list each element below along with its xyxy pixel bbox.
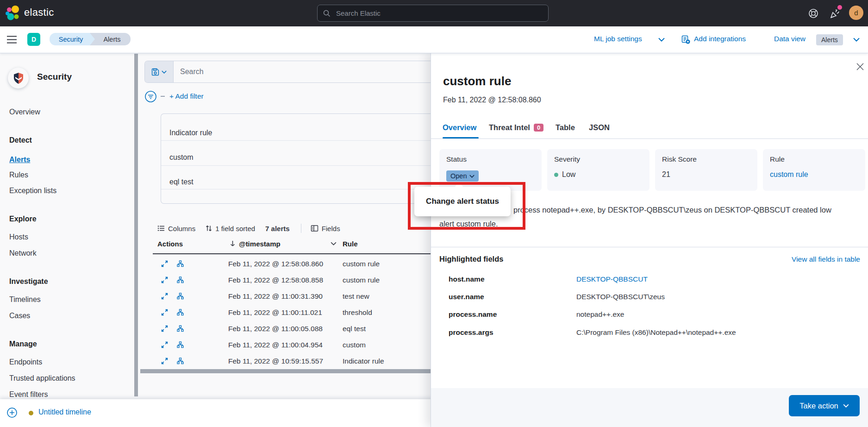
risk-score-card: Risk Score 21 xyxy=(655,149,757,191)
view-all-fields-link[interactable]: View all fields in table xyxy=(792,255,860,264)
table-row: Feb 11, 2022 @ 11:00:05.088 eql test xyxy=(139,321,431,337)
global-search-input[interactable] xyxy=(335,9,543,18)
untitled-timeline-link[interactable]: Untitled timeline xyxy=(38,408,91,416)
sort-descending-icon[interactable] xyxy=(230,240,236,247)
sidebar-item-hosts[interactable]: Hosts xyxy=(9,232,28,242)
expand-alert-icon[interactable] xyxy=(161,309,168,316)
timestamp-cell: Feb 11, 2022 @ 11:00:04.954 xyxy=(228,341,323,349)
analyze-event-icon[interactable] xyxy=(177,276,184,283)
breadcrumb-security[interactable]: Security xyxy=(50,33,95,45)
expand-alert-icon[interactable] xyxy=(161,341,168,348)
analyze-event-icon[interactable] xyxy=(177,309,184,316)
sidebar-item-alerts[interactable]: Alerts xyxy=(9,155,30,165)
ml-job-settings-link[interactable]: ML job settings xyxy=(594,35,642,43)
table-row: Feb 11, 2022 @ 11:00:11.021 threshold xyxy=(139,305,431,320)
host-name-link[interactable]: DESKTOP-QBBSCUT xyxy=(576,275,648,283)
top-header-bar: elastic d xyxy=(0,0,868,26)
list-icon xyxy=(157,225,165,232)
tab-threat-intel[interactable]: Threat Intel 0 xyxy=(489,123,543,132)
fields-button[interactable]: Fields xyxy=(311,225,340,232)
add-integrations-link[interactable]: Add integrations xyxy=(694,35,746,43)
flyout-timestamp: Feb 11, 2022 @ 12:58:08.860 xyxy=(443,96,541,104)
divider xyxy=(301,224,301,233)
fields-icon xyxy=(311,225,318,232)
chevron-down-icon xyxy=(162,70,167,74)
chevron-down-icon[interactable] xyxy=(331,242,337,245)
sidebar-item-overview[interactable]: Overview xyxy=(9,107,40,117)
user-avatar[interactable]: d xyxy=(849,6,863,20)
breadcrumb-nav-row: D Security Alerts ML job settings Add in… xyxy=(0,26,868,53)
column-header-rule[interactable]: Rule xyxy=(343,240,358,248)
chevron-down-icon xyxy=(843,404,849,408)
sidebar-item-event-filters[interactable]: Event filters xyxy=(9,389,48,400)
global-search-bar[interactable] xyxy=(317,5,549,22)
rule-cell: threshold xyxy=(343,308,372,317)
analyze-event-icon[interactable] xyxy=(177,293,184,300)
sidebar-heading-investigate: Investigate xyxy=(9,276,48,287)
sidebar-item-cases[interactable]: Cases xyxy=(9,311,30,321)
rule-cell: custom rule xyxy=(343,260,380,268)
add-timeline-icon[interactable] xyxy=(6,407,18,418)
filter-icon[interactable] xyxy=(144,90,157,103)
saved-query-menu[interactable] xyxy=(145,61,174,82)
analyze-event-icon[interactable] xyxy=(177,325,184,332)
take-action-button[interactable]: Take action xyxy=(789,395,860,416)
add-filter-button[interactable]: + Add filter xyxy=(169,92,204,100)
alerts-search-input[interactable] xyxy=(174,67,431,76)
data-view-value-badge[interactable]: Alerts xyxy=(816,34,843,45)
expand-alert-icon[interactable] xyxy=(161,325,168,332)
close-icon[interactable] xyxy=(856,63,864,71)
rule-link[interactable]: custom rule xyxy=(770,170,808,179)
table-header-row: Actions @timestamp Rule xyxy=(153,240,431,253)
chevron-down-icon[interactable] xyxy=(658,38,665,42)
chevron-down-icon[interactable] xyxy=(853,38,860,42)
analyze-event-icon[interactable] xyxy=(177,358,184,364)
menu-hamburger-icon[interactable] xyxy=(6,36,17,44)
change-alert-status-tooltip: Change alert status xyxy=(414,187,511,216)
analyze-event-icon[interactable] xyxy=(177,341,184,348)
analyze-event-icon[interactable] xyxy=(177,260,184,267)
table-row: Feb 11, 2022 @ 10:59:15.557 Indicator ru… xyxy=(139,353,431,369)
expand-alert-icon[interactable] xyxy=(161,358,168,364)
data-view-label[interactable]: Data view xyxy=(774,35,806,43)
tab-bar-border xyxy=(431,138,868,139)
timestamp-cell: Feb 11, 2022 @ 11:00:31.390 xyxy=(228,292,323,301)
elastic-logo[interactable] xyxy=(5,5,21,21)
sort-fields-button[interactable]: 1 field sorted xyxy=(206,225,255,232)
sidebar-heading-detect: Detect xyxy=(9,135,32,145)
field-value: DESKTOP-QBBSCUT\zeus xyxy=(576,293,665,301)
rule-list-item[interactable]: custom xyxy=(169,153,194,162)
space-badge[interactable]: D xyxy=(27,33,40,46)
column-header-timestamp[interactable]: @timestamp xyxy=(239,240,281,248)
tab-overview[interactable]: Overview xyxy=(443,123,476,132)
expand-alert-icon[interactable] xyxy=(161,260,168,267)
help-icon[interactable] xyxy=(808,8,819,19)
breadcrumb-alerts[interactable]: Alerts xyxy=(89,33,131,45)
sidebar-item-timelines[interactable]: Timelines xyxy=(9,295,41,305)
rule-list-item[interactable]: eql test xyxy=(169,178,194,186)
field-name: process.args xyxy=(449,328,493,337)
sidebar-item-endpoints[interactable]: Endpoints xyxy=(9,357,42,367)
rule-list-item[interactable]: Indicator rule xyxy=(169,129,212,137)
sidebar-item-trusted-applications[interactable]: Trusted applications xyxy=(9,373,75,383)
expand-alert-icon[interactable] xyxy=(161,293,168,300)
divider xyxy=(161,165,431,166)
field-value: C:\Program Files (x86)\Notepad++\notepad… xyxy=(576,328,736,337)
field-value: notepad++.exe xyxy=(576,310,624,319)
alert-status-dropdown[interactable]: Open xyxy=(446,170,479,182)
sidebar-item-network[interactable]: Network xyxy=(9,248,37,258)
sidebar-scrollbar[interactable] xyxy=(134,54,138,396)
divider xyxy=(161,189,431,189)
tab-json[interactable]: JSON xyxy=(589,123,610,132)
table-horizontal-scrollbar[interactable] xyxy=(140,369,431,373)
elastic-security-app: elastic d xyxy=(0,0,868,427)
timeline-status-dot xyxy=(29,411,33,415)
columns-button[interactable]: Columns xyxy=(157,225,195,232)
security-sidebar: Security Overview Detect Alerts Rules Ex… xyxy=(0,53,139,399)
sort-icon xyxy=(206,225,212,232)
news-feed-icon[interactable] xyxy=(829,8,840,19)
expand-alert-icon[interactable] xyxy=(161,276,168,283)
sidebar-item-exception-lists[interactable]: Exception lists xyxy=(9,186,56,196)
tab-table[interactable]: Table xyxy=(556,123,575,132)
sidebar-item-rules[interactable]: Rules xyxy=(9,170,28,180)
